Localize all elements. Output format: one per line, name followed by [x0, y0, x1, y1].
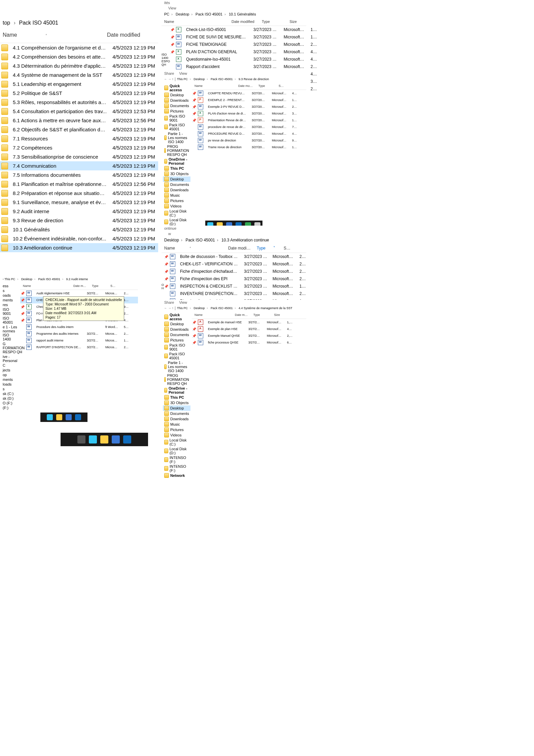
column-type[interactable]: Type [259, 19, 286, 24]
file-row[interactable]: 📌 PLAN d'action revue de direction 3/27/… [192, 110, 306, 117]
file-row[interactable]: Trame revue de direction 3/27/2023 3:01 … [192, 144, 306, 151]
tab-view[interactable]: View [168, 6, 176, 10]
nav-tree-fragment[interactable]: esssoadsmentsresISO 9001ISO 45001e 1 - L… [0, 282, 20, 412]
breadcrumb[interactable]: ‹ This PC› Desktop› Pack ISO 45001› 9.2 … [0, 276, 138, 282]
nav-item[interactable]: Desktop [163, 92, 190, 98]
nav-item[interactable]: Downloads [163, 98, 190, 103]
folder-row[interactable]: 4.1 Compréhension de l'organisme et de .… [0, 43, 158, 52]
nav-item[interactable]: Downloads [163, 327, 190, 332]
folder-row[interactable]: 10.2 Événement indésirable, non-confor..… [0, 234, 158, 243]
column-name[interactable]: Name [192, 84, 236, 88]
folder-row[interactable]: 10.1 Généralités 4/5/2023 12:19 PM [0, 225, 158, 234]
nav-item[interactable]: Desktop [163, 405, 190, 411]
nav-item[interactable]: Partie 1 - Les normes ISO 1400 [163, 360, 190, 373]
folder-row[interactable]: 9.2 Audit interne 4/5/2023 12:19 PM [0, 207, 158, 216]
file-explorer-icon[interactable] [56, 414, 62, 420]
folder-row[interactable]: 6.1 Actions à mettre en œuvre face aux r… [0, 116, 158, 125]
file-row[interactable]: PROCEDURE REVUE DE DIRECTION 3/27/2023 3… [192, 130, 306, 137]
breadcrumb[interactable]: PC› Desktop› Pack ISO 45001› 10.1 Généra… [162, 11, 306, 18]
nav-item[interactable]: Pictures [163, 337, 190, 343]
nav-item-fragment[interactable]: C [1, 363, 19, 368]
nav-item[interactable]: 3D Objects [163, 171, 190, 176]
nav-item-fragment[interactable]: jects [1, 368, 19, 372]
file-row[interactable]: 📌 Exemple de manuel HSE 3/27/2023 3:01 A… [192, 319, 306, 326]
column-date[interactable]: Date modified [104, 31, 155, 39]
file-row[interactable]: 📌 EXEMPLE 2 - PRESENTATION REVUE DE D...… [192, 97, 306, 103]
file-row[interactable]: INVENTAIRE D'INSPECTION HSE 3/27/2023 3:… [164, 290, 309, 297]
nav-item[interactable]: Pictures [163, 108, 190, 114]
folder-row[interactable]: 7.3 Sensibilisationprise de conscience 4… [0, 152, 158, 161]
nav-item[interactable]: Pack ISO 45001 [163, 123, 190, 131]
nav-item[interactable]: Local Disk (D:) [163, 447, 190, 455]
nav-item[interactable]: Pack ISO 45001 [163, 352, 190, 360]
file-row[interactable]: 📌 FICHE TEMOIGNAGE 3/27/2023 3:01 AM Mic… [170, 41, 321, 48]
file-row[interactable]: Procedure des Audits intern ft Word 9...… [20, 324, 138, 330]
file-row[interactable]: 📌 COMPTE RENDU REVUE DE DIRECTION 3/27/2… [192, 90, 306, 97]
column-type[interactable]: Type [256, 84, 276, 88]
nav-item-fragment[interactable]: ments [1, 377, 19, 382]
column-date[interactable]: Date modified [232, 313, 251, 317]
nav-item[interactable]: Partie 1 - Les normes ISO 1400 [163, 131, 190, 144]
task-view-icon[interactable] [77, 435, 85, 443]
file-row[interactable]: Programme des audits internes 3/27/2023 … [20, 330, 138, 337]
nav-item-fragment[interactable]: ive - Personal [1, 354, 19, 363]
folder-row[interactable]: 7.4 Communication 4/5/2023 12:19 PM [0, 161, 158, 170]
nav-item[interactable]: PROG FORMATION RESPO QH [163, 373, 190, 386]
file-row[interactable]: 📌 Présentation Revue de direction SST 3/… [192, 117, 306, 124]
file-explorer-icon[interactable] [100, 435, 108, 443]
breadcrumb[interactable]: top › Pack ISO 45001 [0, 19, 158, 27]
column-date[interactable]: Date modified [236, 84, 256, 88]
nav-item-fragment[interactable]: sk (D:) [1, 396, 19, 401]
column-type[interactable]: Type ˅ [254, 245, 281, 251]
file-row[interactable]: 📌 Audit réglementaire HSE 3/27/2023 3:01… [20, 290, 138, 297]
column-size[interactable]: Size [286, 19, 299, 24]
nav-item[interactable]: Documents [163, 332, 190, 337]
nav-item-fragment[interactable]: O (F:) [1, 401, 19, 405]
store-icon[interactable] [112, 435, 120, 443]
folder-row[interactable]: 4.3 Détermination du périmètre d'applica… [0, 61, 158, 70]
breadcrumb[interactable]: ← → ↑ │ This PC› Desktop› Pack ISO 45001… [162, 76, 306, 82]
nav-item[interactable]: Local Disk (D:) [163, 218, 190, 226]
folder-row[interactable]: 5.2 Politique de S&ST 4/5/2023 12:19 PM [0, 89, 158, 98]
nav-item[interactable]: INTENSO (F:) [163, 464, 190, 473]
file-row[interactable]: Questionnaire-Iso-45001 3/27/2023 3:01 A… [170, 56, 321, 63]
folder-row[interactable]: 6.2 Objectifs de S&ST et planification d… [0, 125, 158, 134]
folder-row[interactable]: 10.3 Amélioration continue 4/5/2023 12:1… [0, 243, 158, 252]
folder-row[interactable]: 5.4 Consultation et participation des tr… [0, 107, 158, 116]
nav-item[interactable]: Videos [163, 432, 190, 438]
nav-item[interactable]: Quick access [163, 313, 190, 321]
nav-item-fragment[interactable]: res [1, 302, 19, 307]
mail-icon[interactable] [123, 435, 131, 443]
crumb[interactable]: Pack ISO 45001 [19, 20, 58, 26]
nav-item[interactable]: Documents [163, 182, 190, 187]
column-name[interactable]: Name ˄ [0, 31, 104, 39]
file-row[interactable]: 📌 CHEK-LIST - VERIFICATION DE CONFOR... … [164, 260, 309, 268]
tab-view[interactable]: View [179, 71, 187, 75]
nav-item[interactable]: Desktop [163, 176, 190, 182]
edge-icon[interactable] [89, 435, 97, 443]
file-row[interactable]: pv revue de direction 3/27/2023 3:01 AM … [192, 137, 306, 144]
file-row[interactable]: 📌 PLAN D'ACTION GENERAL 3/27/2023 3:01 A… [170, 48, 321, 56]
nav-item-fragment[interactable]: sk (C:) [1, 391, 19, 396]
file-row[interactable]: 📌 Exemple Manuel QHSE 3/27/2023 3:01 AM … [192, 332, 306, 339]
column-name[interactable]: Name [192, 313, 232, 317]
edge-icon[interactable] [47, 414, 53, 420]
nav-item[interactable]: Local Disk (C:) [163, 438, 190, 447]
folder-row[interactable]: 7.5 Informations documentées 4/5/2023 12… [0, 170, 158, 179]
nav-item[interactable]: Downloads [163, 187, 190, 193]
taskbar[interactable] [40, 413, 87, 422]
folder-row[interactable]: 9.1 Surveillance, mesure, analyse et éva… [0, 198, 158, 207]
nav-item[interactable]: Downloads [163, 416, 190, 422]
crumb[interactable]: top [3, 20, 10, 26]
column-type[interactable]: Type [251, 313, 271, 317]
folder-row[interactable]: 9.3 Revue de direction 4/5/2023 12:19 PM [0, 216, 158, 225]
file-row[interactable]: 📌 Check-List-ISO-45001 3/27/2023 3:01 AM… [170, 26, 321, 33]
file-row[interactable]: 📌 FICHE DE SUIVI DE MESURES PREVENTIVES … [170, 33, 321, 41]
file-row[interactable]: procedure de revue de directionversion 3… [192, 124, 306, 130]
file-row[interactable]: 📌 Fiche d'inspection des EPI 3/27/2023 3… [164, 275, 309, 283]
nav-item-fragment[interactable]: oads [1, 293, 19, 298]
taskbar[interactable] [61, 433, 148, 446]
nav-item-fragment[interactable]: ess [1, 284, 19, 288]
column-name[interactable]: Name ˄ [162, 245, 225, 251]
mail-icon[interactable] [75, 414, 81, 420]
